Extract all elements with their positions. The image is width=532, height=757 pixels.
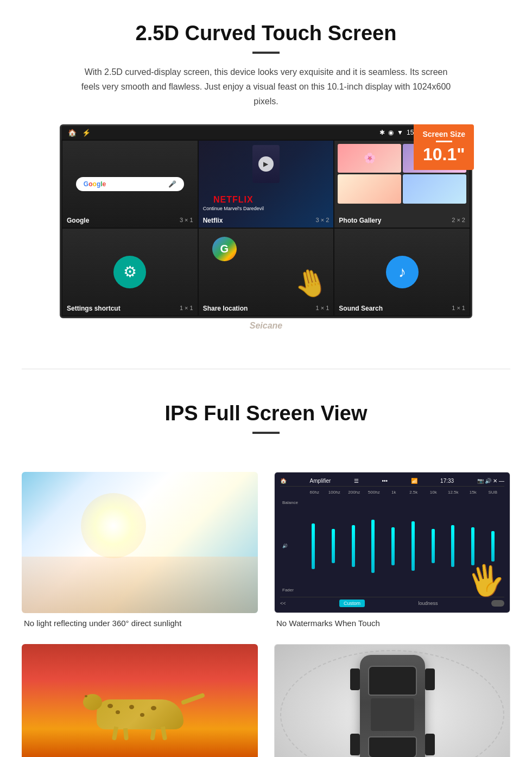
cheetah-body bbox=[97, 699, 183, 729]
cheetah-shape bbox=[97, 699, 183, 729]
horizon-gradient bbox=[22, 557, 258, 613]
ips-title-underline bbox=[252, 432, 280, 434]
car-image bbox=[274, 644, 510, 757]
sunlight-image bbox=[22, 472, 258, 613]
eq-band-labels: 60hz 100hz 200hz 500hz 1k 2.5k 10k 12.5k… bbox=[280, 489, 504, 496]
eq-bar-9 bbox=[471, 527, 474, 565]
hand-touch-amp-icon: 🖐 bbox=[465, 559, 508, 601]
google-cell-label: Google 3 × 1 bbox=[67, 217, 193, 224]
amp-home-icon: 🏠 bbox=[280, 478, 287, 484]
status-bar: 🏠 ⚡ ✱ ◉ ▼ 15:06 📷 🔊 ✕ — bbox=[61, 126, 471, 140]
amp-wifi-icon: 📶 bbox=[411, 478, 417, 484]
amp-header: 🏠 Amplifier ☰ ••• 📶 17:33 📷 🔊 ✕ — bbox=[280, 478, 504, 487]
volume-icon-amp: 🔊 bbox=[282, 544, 302, 548]
amp-time: 17:33 bbox=[440, 478, 454, 484]
gallery-thumb-4 bbox=[403, 174, 466, 204]
section1-title: 2.5D Curved Touch Screen bbox=[33, 22, 499, 45]
screen-size-badge: Screen Size 10.1" bbox=[414, 124, 474, 170]
eq-bar-7 bbox=[432, 529, 435, 563]
eq-bar-4 bbox=[371, 520, 375, 573]
gallery-thumb-3 bbox=[338, 174, 401, 204]
eq-bars-container: 🖐 bbox=[304, 500, 502, 592]
netflix-cell-label: Netflix 3 × 2 bbox=[203, 217, 330, 224]
sunlight-bg bbox=[22, 472, 258, 613]
eq-bar-6 bbox=[411, 521, 415, 571]
amp-main: Balance 🔊 Fader bbox=[280, 498, 504, 595]
cheetah-card: Seicane Super Fast Response bbox=[22, 644, 258, 757]
balance-label: Balance bbox=[282, 500, 302, 505]
eq-bar-3 bbox=[352, 525, 355, 567]
custom-button[interactable]: Custom bbox=[339, 600, 365, 607]
home-icon[interactable]: 🏠 bbox=[68, 129, 77, 137]
amplifier-card: 🏠 Amplifier ☰ ••• 📶 17:33 📷 🔊 ✕ — 60hz 1… bbox=[274, 472, 510, 628]
viewing-angle-arc bbox=[280, 650, 504, 757]
amplifier-image: 🏠 Amplifier ☰ ••• 📶 17:33 📷 🔊 ✕ — 60hz 1… bbox=[274, 472, 510, 613]
netflix-subtitle: Continue Marvel's Daredevil bbox=[203, 206, 264, 211]
eq-bar-2 bbox=[332, 529, 335, 563]
section1-description: With 2.5D curved-display screen, this de… bbox=[76, 65, 456, 109]
title-underline bbox=[252, 52, 280, 54]
usb-icon: ⚡ bbox=[82, 129, 91, 137]
sun-glow bbox=[81, 493, 146, 558]
hand-touch-icon: 🤚 bbox=[291, 264, 332, 303]
netflix-label-overlay: NETFLIX Continue Marvel's Daredevil bbox=[203, 195, 264, 211]
play-button[interactable]: ▶ bbox=[258, 156, 274, 172]
eq-bar-1 bbox=[312, 523, 315, 569]
amplifier-screen: 🏠 Amplifier ☰ ••• 📶 17:33 📷 🔊 ✕ — 60hz 1… bbox=[275, 472, 510, 613]
eq-bar-5 bbox=[391, 527, 395, 565]
location-icon: ◉ bbox=[388, 129, 394, 136]
amp-dots: ••• bbox=[382, 478, 388, 484]
share-cell-label: Share location 1 × 1 bbox=[203, 305, 330, 312]
share-cell[interactable]: G 🤚 Share location 1 × 1 bbox=[199, 229, 334, 316]
section-divider bbox=[22, 369, 510, 369]
amp-labels: Balance 🔊 Fader bbox=[282, 500, 302, 592]
seicane-watermark-1: Seicane bbox=[60, 321, 472, 331]
eq-bar-8 bbox=[451, 525, 454, 567]
sound-cell-label: Sound Search 1 × 1 bbox=[339, 305, 465, 312]
settings-cell-label: Settings shortcut 1 × 1 bbox=[67, 305, 193, 312]
car-bg bbox=[275, 645, 510, 757]
gallery-cell-label: Photo Gallery 2 × 2 bbox=[339, 217, 465, 224]
spot-2 bbox=[116, 710, 120, 714]
google-search-bar[interactable]: Google 🎤 bbox=[76, 177, 184, 191]
sunlight-caption: No light reflecting under 360° direct su… bbox=[22, 619, 258, 628]
statusbar-left: 🏠 ⚡ bbox=[68, 129, 91, 137]
eq-bar-10 bbox=[491, 531, 495, 562]
ips-section: IPS Full Screen View bbox=[0, 391, 532, 461]
car-card: Large Viewing Angle bbox=[274, 644, 510, 757]
badge-label: Screen Size bbox=[422, 130, 465, 138]
cheetah-eye bbox=[85, 695, 87, 697]
spot-3 bbox=[129, 705, 134, 709]
settings-cell[interactable]: ⚙ Settings shortcut 1 × 1 bbox=[62, 229, 198, 316]
google-cell[interactable]: Google 🎤 Google 3 × 1 bbox=[62, 141, 198, 228]
amp-title: Amplifier bbox=[310, 478, 331, 484]
section2-title: IPS Full Screen View bbox=[22, 402, 510, 425]
leg-2 bbox=[123, 728, 129, 741]
netflix-brand: NETFLIX bbox=[203, 195, 264, 205]
device-wrapper: Screen Size 10.1" 🏠 ⚡ ✱ ◉ ▼ 15:06 📷 🔊 ✕ bbox=[60, 124, 472, 331]
netflix-cell[interactable]: ▶ NETFLIX Continue Marvel's Daredevil Ne… bbox=[199, 141, 334, 228]
sunlight-card: No light reflecting under 360° direct su… bbox=[22, 472, 258, 628]
sound-icon[interactable]: ♪ bbox=[386, 256, 419, 288]
amp-prev-icon[interactable]: << bbox=[280, 601, 286, 606]
wifi-icon: ▼ bbox=[397, 129, 403, 136]
device-screen: 🏠 ⚡ ✱ ◉ ▼ 15:06 📷 🔊 ✕ — bbox=[60, 124, 472, 318]
loudness-toggle[interactable] bbox=[491, 600, 504, 607]
image-grid: No light reflecting under 360° direct su… bbox=[0, 461, 532, 757]
cheetah-image: Seicane bbox=[22, 644, 258, 757]
fader-label: Fader bbox=[282, 588, 302, 592]
cheetah-bg: Seicane bbox=[22, 644, 258, 757]
mic-icon[interactable]: 🎤 bbox=[168, 180, 176, 188]
spot-1 bbox=[107, 704, 113, 708]
badge-size: 10.1" bbox=[422, 144, 465, 165]
curved-screen-section: 2.5D Curved Touch Screen With 2.5D curve… bbox=[0, 0, 532, 347]
maps-icon: G bbox=[212, 237, 237, 261]
spot-4 bbox=[140, 713, 144, 717]
gallery-thumb-1: 🌸 bbox=[338, 144, 401, 173]
badge-underline bbox=[436, 141, 452, 142]
sound-cell[interactable]: ♪ Sound Search 1 × 1 bbox=[334, 229, 470, 316]
bluetooth-icon: ✱ bbox=[379, 129, 385, 136]
leg-3 bbox=[150, 728, 156, 741]
amplifier-caption: No Watermarks When Touch bbox=[274, 619, 510, 628]
settings-icon[interactable]: ⚙ bbox=[113, 256, 146, 288]
